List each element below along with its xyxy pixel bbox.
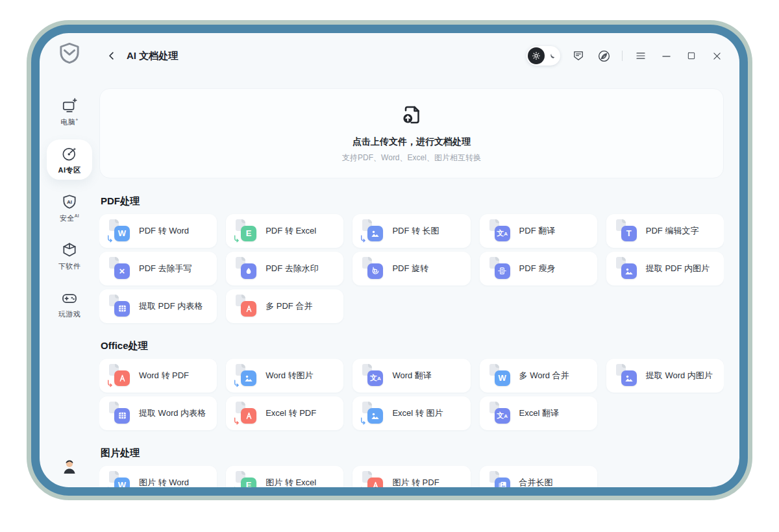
sidebar-item-label: 安全AI [60, 213, 80, 223]
letter-tool-icon: W [112, 474, 129, 488]
maximize-icon[interactable] [684, 49, 699, 63]
titlebar-controls [526, 46, 724, 66]
pdf-tool-icon [238, 405, 256, 422]
upload-dropzone[interactable]: 点击上传文件，进行文档处理 支持PDF、Word、Excel、图片相互转换 [99, 88, 724, 178]
sidebar-item-label: 电脑+ [60, 117, 79, 127]
tool-card[interactable]: E图片 转 Excel [226, 466, 343, 487]
tool-card[interactable]: PDF 旋转 [352, 252, 470, 285]
sidebar-item-computer[interactable]: 电脑+ [47, 91, 92, 132]
tool-card[interactable]: W多 Word 合并 [480, 359, 597, 393]
tool-card[interactable]: WPDF 转 Word [99, 214, 217, 248]
security-shield-ai-icon: AI [61, 193, 78, 210]
svg-text:AI: AI [67, 199, 72, 205]
image-tool-icon [619, 367, 636, 385]
image-tool-icon [365, 223, 382, 240]
image-tool-icon [619, 260, 636, 278]
tool-grid: WPDF 转 WordEPDF 转 ExcelPDF 转 长图文APDF 翻译T… [99, 214, 724, 323]
tool-label: 合并长图 [519, 477, 553, 487]
tool-card[interactable]: 多 PDF 合并 [226, 289, 343, 323]
pdf-tool-icon [238, 298, 256, 315]
feedback-badge-icon[interactable] [571, 49, 586, 63]
titlebar: AI 文档处理 [99, 33, 724, 75]
letter-tool-icon: W [492, 367, 510, 385]
tool-card[interactable]: 提取 PDF 内图片 [606, 252, 724, 285]
user-avatar[interactable] [60, 457, 79, 477]
tool-card[interactable]: 提取 Word 内表格 [99, 396, 217, 430]
tool-card[interactable]: 提取 Word 内图片 [606, 359, 724, 393]
tool-card[interactable]: 提取 PDF 内表格 [99, 289, 217, 323]
sidebar-item-security[interactable]: AI 安全AI [47, 187, 92, 228]
tool-label: 图片 转 Word [139, 477, 189, 487]
tool-label: Excel 转 PDF [266, 407, 316, 419]
tool-label: PDF 瘦身 [519, 263, 556, 274]
tool-label: Word 转 PDF [139, 370, 189, 381]
tool-label: 提取 PDF 内表格 [139, 300, 203, 312]
tool-card[interactable]: PDF 去除水印 [226, 252, 343, 285]
compress-tool-icon [492, 260, 510, 278]
erase-tool-icon: × [112, 260, 129, 278]
sidebar-item-games[interactable]: 玩游戏 [47, 284, 92, 324]
droplet-tool-icon [238, 260, 256, 278]
page-title: AI 文档处理 [127, 50, 178, 62]
tool-label: Excel 翻译 [519, 407, 559, 419]
tool-grid: Word 转 PDFWord 转图片文AWord 翻译W多 Word 合并提取 … [99, 359, 724, 430]
pdf-tool-icon [112, 367, 129, 385]
menu-icon[interactable] [634, 49, 648, 63]
tool-card[interactable]: TPDF 编辑文字 [606, 214, 724, 248]
tool-card[interactable]: W图片 转 Word [99, 466, 217, 487]
tool-card[interactable]: 文APDF 翻译 [480, 214, 597, 248]
sidebar-item-label: 下软件 [58, 261, 81, 271]
back-button[interactable] [103, 47, 120, 64]
tool-card[interactable]: Word 转 PDF [99, 359, 217, 393]
tool-card[interactable]: 图片 转 PDF [352, 466, 470, 487]
tool-card[interactable]: PDF 瘦身 [480, 252, 597, 285]
tool-sections: PDF处理WPDF 转 WordEPDF 转 ExcelPDF 转 长图文APD… [99, 195, 724, 487]
tool-card[interactable]: Word 转图片 [226, 359, 343, 393]
minimize-icon[interactable] [659, 49, 673, 63]
tool-label: 提取 PDF 内图片 [646, 263, 710, 274]
tool-label: 图片 转 Excel [266, 477, 316, 487]
moon-icon [545, 52, 559, 60]
sidebar-item-label: 玩游戏 [58, 309, 81, 319]
section-title: 图片处理 [101, 447, 724, 459]
tool-card[interactable]: 合并长图 [480, 466, 597, 487]
tool-card[interactable]: ×PDF 去除手写 [99, 252, 217, 285]
upload-document-icon [400, 103, 423, 129]
merge-tool-icon [492, 474, 510, 488]
table-tool-icon [112, 405, 129, 422]
tool-label: PDF 去除水印 [266, 263, 319, 274]
tool-card[interactable]: Excel 转 PDF [226, 396, 343, 430]
image-tool-icon [238, 367, 256, 385]
tool-card[interactable]: 文AExcel 翻译 [480, 396, 597, 430]
gamepad-icon [61, 289, 78, 306]
sidebar-item-ai-zone[interactable]: AI专区 [47, 139, 92, 180]
sidebar-item-software[interactable]: 下软件 [47, 236, 92, 276]
close-icon[interactable] [710, 49, 724, 63]
tool-card[interactable]: 文AWord 翻译 [352, 359, 470, 393]
tool-label: PDF 旋转 [392, 263, 428, 274]
divider [622, 51, 623, 61]
tool-label: 提取 Word 内图片 [646, 370, 713, 381]
sidebar: 电脑+ AI专区 AI 安全AI 下软件 [40, 33, 99, 487]
tool-label: PDF 转 长图 [392, 225, 439, 237]
tool-card[interactable]: PDF 转 长图 [352, 214, 470, 248]
tool-label: Excel 转 图片 [392, 407, 443, 419]
content: 点击上传文件，进行文档处理 支持PDF、Word、Excel、图片相互转换 PD… [99, 75, 724, 487]
letter-tool-icon: E [238, 223, 256, 240]
tool-card[interactable]: EPDF 转 Excel [226, 214, 343, 248]
theme-toggle[interactable] [526, 46, 560, 66]
table-tool-icon [112, 298, 129, 315]
tool-label: PDF 转 Excel [266, 225, 316, 237]
tool-label: PDF 去除手写 [139, 263, 192, 274]
tool-label: 图片 转 PDF [392, 477, 439, 487]
software-cube-icon [61, 241, 78, 258]
sun-icon [528, 47, 545, 64]
computer-plus-icon [61, 97, 78, 114]
tool-label: PDF 翻译 [519, 225, 556, 237]
pdf-tool-icon [365, 474, 382, 488]
skin-feather-icon[interactable] [597, 49, 611, 63]
tool-label: 多 Word 合并 [519, 370, 569, 381]
image-tool-icon [365, 405, 382, 422]
tool-card[interactable]: Excel 转 图片 [352, 396, 470, 430]
device-frame: 电脑+ AI专区 AI 安全AI 下软件 [31, 25, 748, 496]
